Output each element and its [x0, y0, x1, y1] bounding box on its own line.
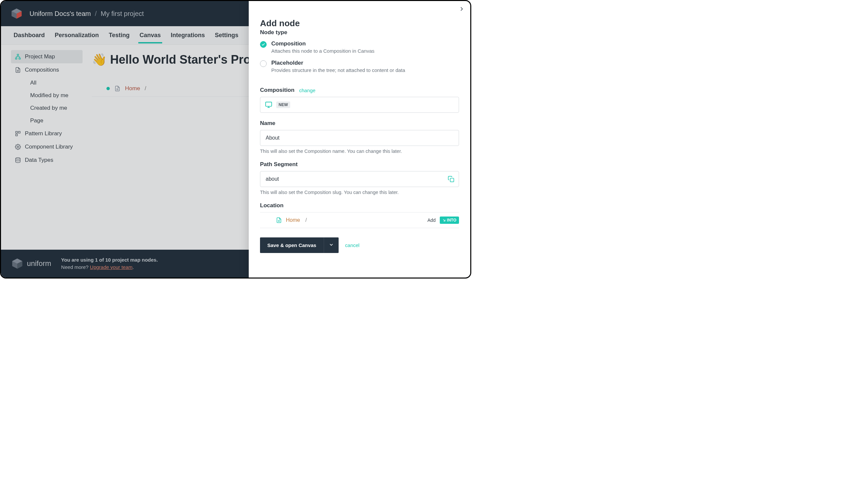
path-field-label: Path Segment: [260, 161, 459, 168]
document-icon: [276, 217, 282, 223]
gear-icon: [15, 144, 21, 150]
svg-rect-3: [17, 54, 19, 56]
add-label: Add: [427, 217, 436, 223]
copy-icon[interactable]: [448, 176, 455, 182]
sidebar-item-label: Project Map: [25, 53, 55, 60]
sidebar-filter-all[interactable]: All: [26, 77, 83, 89]
location-field-label: Location: [260, 202, 459, 209]
tab-testing[interactable]: Testing: [107, 27, 131, 43]
sidebar-item-label: Pattern Library: [25, 130, 62, 137]
svg-rect-5: [19, 58, 21, 59]
save-open-canvas-button[interactable]: Save & open Canvas: [260, 237, 324, 253]
footer-upgrade: Need more? Upgrade your team.: [61, 264, 158, 271]
radio-unchecked-icon: [260, 60, 267, 67]
radio-checked-icon: [260, 41, 267, 48]
tree-sep: /: [145, 85, 146, 92]
new-badge: NEW: [276, 102, 290, 108]
sidebar-item-pattern-library[interactable]: Pattern Library: [11, 127, 83, 140]
chevron-right-icon[interactable]: [458, 6, 465, 12]
path-input[interactable]: [260, 171, 459, 187]
uniform-logo-icon: [10, 7, 23, 20]
tree-node-label: Home: [125, 85, 140, 92]
sidebar-item-label: Component Library: [25, 144, 73, 150]
sidebar-item-component-library[interactable]: Component Library: [11, 140, 83, 154]
footer-usage: You are using 1 of 10 project map nodes.: [61, 256, 158, 264]
document-icon: [114, 86, 120, 91]
location-row[interactable]: Home / Add INTO: [260, 212, 459, 228]
uniform-logo-icon: [11, 257, 23, 270]
svg-line-24: [443, 219, 445, 221]
radio-placeholder[interactable]: Placeholder Provides structure in the tr…: [260, 60, 459, 73]
svg-point-12: [16, 158, 20, 160]
footer-brand: uniform: [27, 259, 51, 268]
sidebar-item-label: Data Types: [25, 157, 53, 163]
svg-rect-4: [16, 58, 17, 59]
tab-integrations[interactable]: Integrations: [170, 27, 206, 43]
panel-subtitle: Node type: [260, 29, 459, 36]
sidebar-filter-page[interactable]: Page: [26, 114, 83, 127]
into-badge: INTO: [440, 217, 459, 224]
monitor-icon: [265, 101, 272, 108]
sidebar-filter-created[interactable]: Created by me: [26, 102, 83, 114]
sidebar: Project Map Compositions All Modified by…: [1, 45, 83, 250]
svg-rect-18: [266, 102, 272, 106]
tab-personalization[interactable]: Personalization: [53, 27, 100, 43]
path-help: This will also set the Composition slug.…: [260, 190, 459, 195]
panel-title: Add node: [260, 18, 459, 29]
grid-icon: [15, 131, 21, 137]
wave-emoji-icon: 👋: [92, 53, 107, 67]
cancel-link[interactable]: cancel: [345, 242, 359, 248]
chevron-down-icon: [328, 242, 334, 247]
tab-canvas[interactable]: Canvas: [138, 27, 162, 43]
document-icon: [15, 67, 21, 73]
tab-dashboard[interactable]: Dashboard: [12, 27, 46, 43]
breadcrumb-project[interactable]: My first project: [101, 10, 144, 18]
sidebar-item-compositions[interactable]: Compositions: [11, 63, 83, 77]
sidebar-item-data-types[interactable]: Data Types: [11, 154, 83, 167]
sitemap-icon: [15, 54, 21, 60]
name-help: This will also set the Composition name.…: [260, 148, 459, 154]
svg-rect-10: [16, 134, 17, 136]
svg-rect-8: [16, 131, 17, 133]
sidebar-filter-modified[interactable]: Modified by me: [26, 89, 83, 102]
svg-rect-21: [450, 178, 454, 182]
add-node-panel: Add node Node type Composition Attaches …: [249, 1, 470, 277]
tab-settings[interactable]: Settings: [214, 27, 240, 43]
sidebar-item-project-map[interactable]: Project Map: [11, 50, 83, 63]
radio-composition[interactable]: Composition Attaches this node to a Comp…: [260, 40, 459, 54]
sidebar-item-label: Compositions: [25, 67, 59, 73]
svg-rect-9: [19, 131, 20, 133]
name-field-label: Name: [260, 120, 459, 127]
database-icon: [15, 157, 21, 163]
location-node-label: Home: [286, 217, 300, 223]
change-composition-link[interactable]: change: [299, 88, 315, 93]
upgrade-link[interactable]: Upgrade your team: [90, 264, 132, 270]
breadcrumb-sep: /: [95, 10, 97, 18]
name-input[interactable]: [260, 130, 459, 146]
breadcrumb-team[interactable]: Uniform Docs's team: [30, 10, 91, 18]
composition-selector[interactable]: NEW: [260, 97, 459, 113]
arrow-into-icon: [442, 218, 446, 222]
status-dot-icon: [106, 87, 110, 90]
svg-point-11: [17, 146, 19, 148]
breadcrumb: Uniform Docs's team / My first project: [30, 10, 144, 18]
composition-field-label: Composition: [260, 87, 295, 93]
save-dropdown-button[interactable]: [324, 237, 339, 253]
